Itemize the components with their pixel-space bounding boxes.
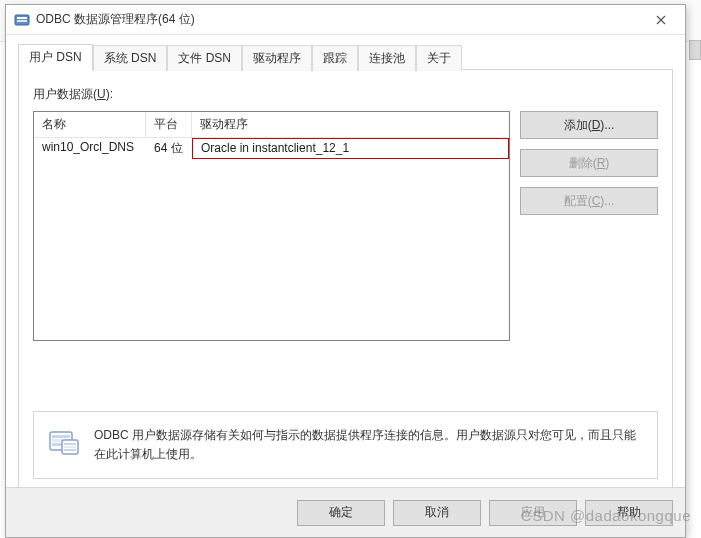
tab-file-dsn[interactable]: 文件 DSN bbox=[167, 45, 242, 71]
content-row: 名称 平台 驱动程序 win10_Orcl_DNS 64 位 Oracle in… bbox=[33, 111, 658, 341]
odbc-dialog: ODBC 数据源管理程序(64 位) 用户 DSN 系统 DSN 文件 DSN … bbox=[5, 4, 686, 538]
info-text: ODBC 用户数据源存储有关如何与指示的数据提供程序连接的信息。用户数据源只对您… bbox=[94, 426, 643, 464]
svg-rect-9 bbox=[64, 446, 76, 448]
configure-button-suffix: )... bbox=[600, 194, 614, 208]
background-edge bbox=[689, 40, 701, 60]
remove-button[interactable]: 删除(R) bbox=[520, 149, 658, 177]
remove-button-prefix: 删除( bbox=[569, 155, 597, 172]
list-label-accel: U bbox=[97, 87, 106, 101]
cell-platform: 64 位 bbox=[146, 138, 192, 159]
titlebar[interactable]: ODBC 数据源管理程序(64 位) bbox=[6, 5, 685, 35]
user-datasource-list[interactable]: 名称 平台 驱动程序 win10_Orcl_DNS 64 位 Oracle in… bbox=[33, 111, 510, 341]
list-label-suffix: ): bbox=[106, 87, 113, 101]
column-name[interactable]: 名称 bbox=[34, 112, 146, 137]
list-label: 用户数据源(U): bbox=[33, 86, 658, 103]
tabstrip: 用户 DSN 系统 DSN 文件 DSN 驱动程序 跟踪 连接池 关于 bbox=[18, 43, 673, 69]
add-button[interactable]: 添加(D)... bbox=[520, 111, 658, 139]
tab-tracing[interactable]: 跟踪 bbox=[312, 45, 358, 71]
tabpanel-user-dsn: 用户数据源(U): 名称 平台 驱动程序 win10_Orcl_DNS 64 位… bbox=[18, 69, 673, 494]
tab-drivers[interactable]: 驱动程序 bbox=[242, 45, 312, 71]
ok-button[interactable]: 确定 bbox=[297, 500, 385, 526]
tab-user-dsn[interactable]: 用户 DSN bbox=[18, 44, 93, 70]
dialog-body: 用户 DSN 系统 DSN 文件 DSN 驱动程序 跟踪 连接池 关于 用户数据… bbox=[6, 35, 685, 487]
configure-button-prefix: 配置( bbox=[564, 193, 592, 210]
tab-system-dsn[interactable]: 系统 DSN bbox=[93, 45, 168, 71]
cell-name: win10_Orcl_DNS bbox=[34, 138, 146, 159]
cancel-button[interactable]: 取消 bbox=[393, 500, 481, 526]
help-button[interactable]: 帮助 bbox=[585, 500, 673, 526]
column-driver[interactable]: 驱动程序 bbox=[192, 112, 509, 137]
remove-button-suffix: ) bbox=[605, 156, 609, 170]
apply-button[interactable]: 应用 bbox=[489, 500, 577, 526]
svg-rect-8 bbox=[64, 443, 76, 445]
add-button-accel: D bbox=[592, 118, 601, 132]
window-title: ODBC 数据源管理程序(64 位) bbox=[36, 11, 639, 28]
list-label-prefix: 用户数据源( bbox=[33, 87, 97, 101]
list-row[interactable]: win10_Orcl_DNS 64 位 Oracle in instantcli… bbox=[34, 138, 509, 159]
tab-about[interactable]: 关于 bbox=[416, 45, 462, 71]
app-icon bbox=[14, 12, 30, 28]
svg-rect-1 bbox=[17, 17, 27, 19]
list-headers: 名称 平台 驱动程序 bbox=[34, 112, 509, 138]
remove-button-accel: R bbox=[597, 156, 606, 170]
cell-driver: Oracle in instantclient_12_1 bbox=[192, 138, 509, 159]
button-stack: 添加(D)... 删除(R) 配置(C)... bbox=[520, 111, 658, 341]
configure-button[interactable]: 配置(C)... bbox=[520, 187, 658, 215]
svg-rect-4 bbox=[52, 435, 70, 438]
add-button-prefix: 添加( bbox=[564, 117, 592, 134]
column-platform[interactable]: 平台 bbox=[146, 112, 192, 137]
add-button-suffix: )... bbox=[600, 118, 614, 132]
svg-rect-10 bbox=[64, 449, 76, 451]
tab-pooling[interactable]: 连接池 bbox=[358, 45, 416, 71]
info-box: ODBC 用户数据源存储有关如何与指示的数据提供程序连接的信息。用户数据源只对您… bbox=[33, 411, 658, 479]
close-button[interactable] bbox=[639, 6, 683, 34]
configure-button-accel: C bbox=[592, 194, 601, 208]
info-icon bbox=[48, 426, 80, 458]
dialog-button-bar: 确定 取消 应用 帮助 bbox=[6, 487, 685, 537]
svg-rect-2 bbox=[17, 20, 27, 22]
